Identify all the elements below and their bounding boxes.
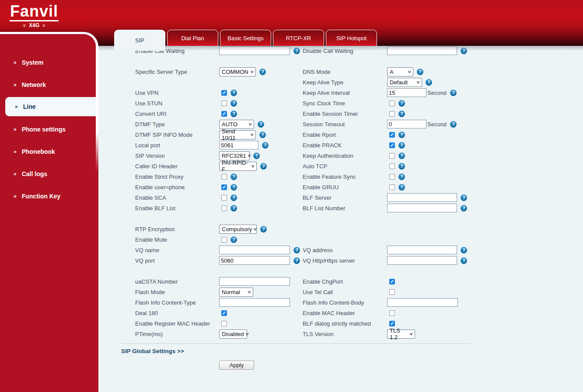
apply-button[interactable]: Apply <box>219 361 254 370</box>
tls-version-label: TLS Version <box>303 331 387 337</box>
ptime-ms-select[interactable]: Disabled∨ <box>219 330 247 339</box>
flash-info-content-type-input[interactable] <box>219 298 290 307</box>
sidebar-item-label: Call logs <box>22 170 47 177</box>
help-icon[interactable]: ? <box>230 205 237 212</box>
local-port-input[interactable] <box>219 141 258 149</box>
tab-sip-hotspot[interactable]: SIP Hotspot <box>326 30 377 46</box>
help-icon[interactable]: ? <box>230 173 237 180</box>
logo-bars-icon: ≡ <box>42 23 45 28</box>
sidebar-item-phone-settings[interactable]: »Phone settings <box>0 118 96 140</box>
help-icon[interactable]: ? <box>398 100 405 107</box>
sidebar-item-call-logs[interactable]: »Call logs <box>0 163 96 185</box>
enable-gruu-checkbox[interactable] <box>389 184 395 190</box>
help-icon[interactable]: ? <box>293 257 300 264</box>
enable-session-timer-checkbox[interactable] <box>389 111 395 117</box>
help-icon[interactable]: ? <box>461 257 467 264</box>
vq-port-input[interactable] <box>219 256 290 265</box>
vq-http-https-server-label: VQ Http/Https server <box>303 257 387 264</box>
help-icon[interactable]: ? <box>461 247 467 253</box>
enable-register-mac-header-checkbox[interactable] <box>221 321 227 326</box>
sip-global-settings-link[interactable]: SIP Global Settings >> <box>121 348 184 354</box>
uacsta-number-input[interactable] <box>219 277 290 286</box>
help-icon[interactable]: ? <box>230 90 237 96</box>
sip-version-select[interactable]: RFC3261∨ <box>219 151 250 160</box>
help-icon[interactable]: ? <box>398 173 405 180</box>
dtmf-sip-info-mode-select[interactable]: Send 10/11∨ <box>219 130 256 139</box>
help-icon[interactable]: ? <box>417 69 423 75</box>
dns-mode-select[interactable]: A∨ <box>387 67 413 76</box>
deal-180-checkbox[interactable]: ✓ <box>221 310 227 316</box>
help-icon[interactable]: ? <box>398 111 405 117</box>
help-icon[interactable]: ? <box>293 247 300 253</box>
help-icon[interactable]: ? <box>258 121 264 128</box>
keep-alive-type-select[interactable]: Default∨ <box>387 78 422 87</box>
enable-mac-header-checkbox[interactable] <box>389 310 395 316</box>
sidebar-item-network[interactable]: »Network <box>0 73 96 96</box>
help-icon[interactable]: ? <box>461 194 467 201</box>
caller-id-header-select[interactable]: PAI-RPID-F∨ <box>219 162 257 171</box>
help-icon[interactable]: ? <box>398 163 405 170</box>
vq-name-input[interactable] <box>219 246 290 254</box>
use-vpn-checkbox[interactable]: ✓ <box>221 90 227 96</box>
enable-blf-list-checkbox[interactable] <box>221 205 227 211</box>
tab-basic-settings[interactable]: Basic Settings <box>220 30 271 46</box>
help-icon[interactable]: ? <box>398 142 405 149</box>
enable-strict-proxy-checkbox[interactable] <box>221 174 227 180</box>
convert-uri-checkbox[interactable]: ✓ <box>221 111 227 117</box>
sidebar-item-function-key[interactable]: »Function Key <box>0 185 96 207</box>
enable-prack-checkbox[interactable]: ✓ <box>389 142 395 148</box>
help-icon[interactable]: ? <box>262 142 269 149</box>
help-icon[interactable]: ? <box>230 236 237 243</box>
enable-user-phone-checkbox[interactable]: ✓ <box>221 184 227 190</box>
help-icon[interactable]: ? <box>230 184 237 191</box>
help-icon[interactable]: ? <box>230 194 237 201</box>
sidebar-item-phonebook[interactable]: »Phonebook <box>0 140 96 163</box>
sip-version-label: SIP Version <box>135 153 219 159</box>
help-icon[interactable]: ? <box>450 121 457 128</box>
enable-mute-checkbox[interactable] <box>221 237 227 243</box>
keep-authentication-checkbox[interactable] <box>389 153 395 159</box>
help-icon[interactable]: ? <box>259 69 266 75</box>
help-icon[interactable]: ? <box>259 132 266 138</box>
tab-rtcp-xr[interactable]: RTCP-XR <box>273 30 324 46</box>
blf-list-number-input[interactable] <box>387 204 457 212</box>
tab-sip[interactable]: SIP <box>114 30 165 51</box>
rtp-encryption-select[interactable]: Compulsory∨ <box>219 225 257 234</box>
help-icon[interactable]: ? <box>398 132 405 138</box>
enable-sca-checkbox[interactable] <box>221 195 227 201</box>
help-icon[interactable]: ? <box>426 79 432 86</box>
auto-tcp-checkbox[interactable] <box>389 163 395 169</box>
vq-address-input[interactable] <box>387 246 457 254</box>
flash-mode-select[interactable]: Normal∨ <box>219 288 253 297</box>
sidebar-item-system[interactable]: »System <box>0 51 96 73</box>
help-icon[interactable]: ? <box>260 163 267 170</box>
keep-alive-interval-input[interactable] <box>387 88 426 97</box>
blf-dialog-strictly-matched-checkbox[interactable]: ✓ <box>389 321 395 326</box>
enable-blf-list-label: Enable BLF List <box>135 205 219 212</box>
sidebar-item-line[interactable]: »Line <box>5 97 96 116</box>
help-icon[interactable]: ? <box>450 90 457 96</box>
help-icon[interactable]: ? <box>230 100 237 107</box>
enable-feature-sync-checkbox[interactable] <box>389 174 395 180</box>
form-row: Enable Mute? <box>135 234 583 245</box>
flash-info-content-body-input[interactable] <box>387 298 458 307</box>
help-icon[interactable]: ? <box>253 153 260 159</box>
tls-version-select[interactable]: TLS 1.2∨ <box>387 330 415 339</box>
help-icon[interactable]: ? <box>230 111 237 117</box>
help-icon[interactable]: ? <box>461 205 467 212</box>
help-icon[interactable]: ? <box>398 153 405 159</box>
enable-chgport-checkbox[interactable]: ✓ <box>389 279 395 284</box>
use-stun-checkbox[interactable] <box>221 101 227 106</box>
sync-clock-time-checkbox[interactable] <box>389 101 395 106</box>
vq-http-https-server-input[interactable] <box>387 256 457 265</box>
dtmf-type-select[interactable]: AUTO∨ <box>219 120 254 129</box>
help-icon[interactable]: ? <box>260 226 267 232</box>
auto-tcp-label: Auto TCP <box>303 163 387 170</box>
session-timeout-input[interactable] <box>387 120 426 128</box>
specific-server-type-select[interactable]: COMMON∨ <box>219 67 256 76</box>
tab-dial-plan[interactable]: Dial Plan <box>167 30 218 46</box>
enable-rport-checkbox[interactable]: ✓ <box>389 132 395 138</box>
use-tel-call-checkbox[interactable] <box>389 289 395 295</box>
help-icon[interactable]: ? <box>398 184 405 191</box>
blf-server-input[interactable] <box>387 193 457 202</box>
